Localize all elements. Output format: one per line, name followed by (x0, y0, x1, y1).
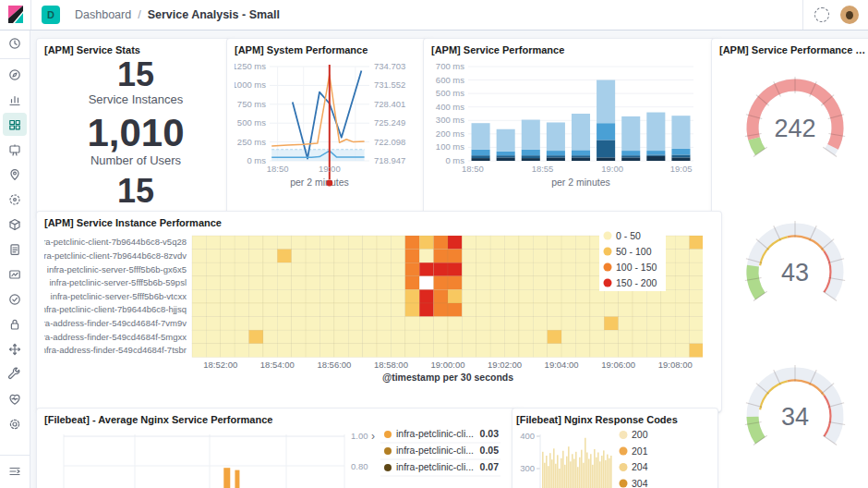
nginx-average-chart[interactable]: 1.000.80›infra-petclinic-cli...0.03infra… (44, 427, 515, 488)
svg-text:18:56:00: 18:56:00 (317, 360, 351, 370)
svg-text:19:00: 19:00 (319, 164, 341, 174)
svg-text:722.098: 722.098 (374, 137, 405, 147)
kibana-logo-icon (7, 6, 24, 24)
svg-text:400 ms: 400 ms (436, 102, 464, 112)
sidebar-item-console[interactable] (3, 362, 27, 385)
nginx-response-codes-chart[interactable]: 400300200201204304 (516, 427, 710, 488)
sidebar-item-dashboard[interactable] (3, 113, 27, 136)
svg-text:19:00:00: 19:00:00 (431, 360, 465, 370)
svg-text:300: 300 (520, 463, 535, 473)
metric-service-instances-value: 15 (117, 57, 154, 92)
panel-title: [APM] Service Performance Go... (719, 44, 868, 55)
breadcrumb-separator: / (138, 8, 140, 21)
svg-text:1000 ms: 1000 ms (235, 79, 266, 90)
svg-text:1250 ms: 1250 ms (235, 61, 266, 71)
heart-pulse-icon (7, 392, 22, 407)
sidebar-item-recently-viewed[interactable] (3, 31, 27, 55)
svg-text:infra-petclinic-cli...: infra-petclinic-cli... (396, 428, 474, 439)
sidebar-item-machine-learning[interactable] (3, 188, 27, 211)
svg-text:infra-petclinic-cli...: infra-petclinic-cli... (396, 461, 474, 472)
svg-text:infra-petclinic-server-5fff5b6: infra-petclinic-server-5fff5b6b-gx6x5 (47, 264, 187, 274)
easel-icon (7, 142, 22, 157)
sidebar-item-infrastructure[interactable] (3, 213, 27, 236)
svg-text:19:04:00: 19:04:00 (545, 360, 579, 370)
kibana-logo[interactable] (0, 0, 30, 30)
panel-system-performance: [APM] System Performance 1250 ms734.7031… (226, 38, 434, 218)
svg-text:200 ms: 200 ms (436, 128, 464, 139)
panel-nginx-average-performance: [Filebeat] - Average Nginx Service Perfo… (36, 408, 524, 488)
service-stats-metrics: 15 Service Instances 1,010 Number of Use… (44, 57, 227, 209)
sidebar-item-logs[interactable] (3, 238, 27, 261)
svg-text:0.80: 0.80 (351, 461, 368, 471)
svg-text:200: 200 (632, 429, 648, 440)
svg-text:19:00: 19:00 (601, 164, 623, 174)
stacked-bar-chart: 0 ms100 ms200 ms300 ms400 ms500 ms600 ms… (431, 57, 701, 198)
sidebar-item-dev-tools[interactable] (3, 337, 27, 360)
clock-icon (7, 36, 22, 51)
app-sidebar (0, 30, 30, 488)
svg-text:150 - 200: 150 - 200 (616, 277, 657, 288)
compass-icon (7, 67, 22, 82)
sidebar-item-visualize[interactable] (3, 88, 27, 111)
panel-title: [Filebeat] - Average Nginx Service Perfo… (44, 414, 515, 425)
svg-text:19:05: 19:05 (670, 164, 693, 174)
breadcrumb-dashboard[interactable]: Dashboard (75, 8, 131, 21)
sidebar-divider (0, 58, 30, 59)
sidebar-item-uptime[interactable] (3, 287, 27, 311)
svg-text:per 2 minutes: per 2 minutes (290, 177, 349, 188)
svg-text:per 2 minutes: per 2 minutes (551, 177, 610, 188)
user-avatar[interactable] (840, 6, 859, 24)
svg-text:34: 34 (781, 403, 809, 431)
avatar-face (846, 11, 853, 19)
metric-service-instances-label: Service Instances (89, 92, 184, 106)
space-badge[interactable]: D (42, 6, 60, 24)
panel-title: [Filebeat] Nginx Response Codes (516, 414, 710, 425)
service-performance-chart[interactable]: 0 ms100 ms200 ms300 ms400 ms500 ms600 ms… (431, 57, 714, 201)
svg-text:@timestamp per 30 seconds: @timestamp per 30 seconds (382, 372, 513, 383)
map-pin-icon (7, 167, 22, 182)
sidebar-item-canvas[interactable] (3, 138, 27, 161)
sidebar-item-monitoring[interactable] (3, 387, 27, 410)
svg-text:201: 201 (632, 445, 648, 457)
sidebar-item-management[interactable] (3, 412, 27, 435)
bar-chart: 400300200201204304 (516, 427, 701, 488)
dashboard-icon (7, 117, 22, 132)
heatmap-chart: infra-petclinic-client-7b9644b6c8-v5q28i… (44, 230, 703, 385)
svg-text:1.00: 1.00 (351, 431, 368, 441)
sidebar-item-siem[interactable] (3, 312, 27, 336)
sidebar-item-maps[interactable] (3, 163, 27, 186)
cube-icon (7, 217, 22, 232)
instance-performance-heatmap[interactable]: infra-petclinic-client-7b9644b6c8-v5q28i… (44, 230, 714, 389)
goal-gauge: 242 (727, 70, 864, 170)
svg-text:18:50: 18:50 (267, 164, 289, 174)
svg-text:700 ms: 700 ms (436, 61, 464, 71)
panel-title: [APM] Service Instance Performance (44, 217, 714, 228)
svg-text:718.947: 718.947 (374, 155, 405, 165)
svg-text:250 ms: 250 ms (237, 137, 266, 147)
svg-text:500 ms: 500 ms (436, 88, 464, 98)
move-arrows-icon (7, 342, 22, 357)
svg-text:728.401: 728.401 (374, 99, 405, 109)
svg-text:18:55: 18:55 (532, 164, 554, 174)
svg-text:infra-petclinic-client-7b9644b: infra-petclinic-client-7b9644b6c8-hjjsq (44, 304, 187, 314)
panel-service-instance-performance: [APM] Service Instance Performance infra… (36, 211, 722, 412)
sidebar-item-apm[interactable] (3, 262, 27, 286)
sidebar-item-discover[interactable] (3, 63, 27, 86)
gear-icon (7, 417, 22, 432)
collapse-menu-icon (7, 464, 22, 479)
svg-text:19:08:00: 19:08:00 (658, 360, 693, 370)
line-chart: 1250 ms734.7031000 ms731.552750 ms728.40… (235, 57, 411, 198)
cloud-deployment-icon[interactable] (814, 7, 829, 22)
panel-nginx-response-codes: [Filebeat] Nginx Response Codes 40030020… (512, 408, 718, 488)
svg-text:400: 400 (520, 431, 535, 441)
document-icon (7, 242, 22, 257)
apm-trace-icon (7, 267, 22, 282)
svg-text:18:52:00: 18:52:00 (203, 360, 237, 370)
svg-text:infra-petclinic-server-5fff5b6: infra-petclinic-server-5fff5b6b-59psl (49, 277, 187, 287)
bar-chart: 1.000.80›infra-petclinic-cli...0.03infra… (44, 427, 504, 488)
system-performance-chart[interactable]: 1250 ms734.7031000 ms731.552750 ms728.40… (235, 57, 426, 201)
sidebar-collapse-button[interactable] (3, 459, 27, 482)
performance-goal-gauges[interactable]: 2424334 (719, 57, 868, 458)
svg-text:infra-petclinic-server-5fff5b6: infra-petclinic-server-5fff5b6b-vtcxx (51, 291, 187, 301)
dotted-ring-icon (7, 192, 22, 207)
